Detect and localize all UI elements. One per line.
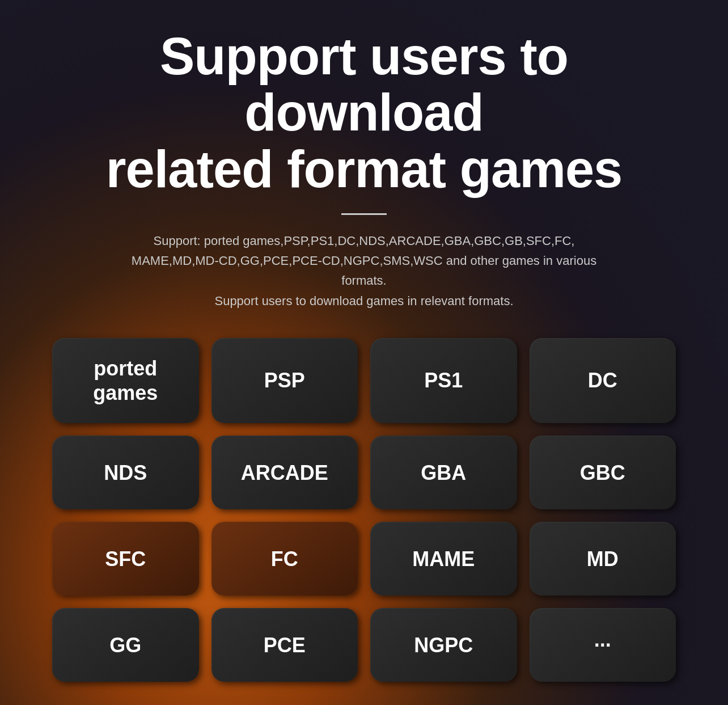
game-btn-mame[interactable]: MAME xyxy=(370,522,517,596)
game-btn-gba[interactable]: GBA xyxy=(370,436,517,509)
game-btn-ported-games[interactable]: portedgames xyxy=(52,338,199,423)
game-btn-gg[interactable]: GG xyxy=(52,608,199,682)
game-btn-more[interactable]: ··· xyxy=(530,608,676,682)
game-btn-ngpc[interactable]: NGPC xyxy=(370,608,517,682)
game-btn-arcade[interactable]: ARCADE xyxy=(211,436,358,509)
game-btn-psp[interactable]: PSP xyxy=(211,338,358,423)
subtitle-text: Support: ported games,PSP,PS1,DC,NDS,ARC… xyxy=(109,231,619,311)
game-btn-md[interactable]: MD xyxy=(530,522,676,596)
game-btn-ps1[interactable]: PS1 xyxy=(370,338,517,423)
game-btn-sfc[interactable]: SFC xyxy=(52,522,199,596)
game-btn-dc[interactable]: DC xyxy=(530,338,676,423)
game-btn-pce[interactable]: PCE xyxy=(211,608,358,682)
page-title: Support users to download related format… xyxy=(34,28,694,197)
game-btn-gbc[interactable]: GBC xyxy=(530,436,676,509)
format-grid: portedgamesPSPPS1DCNDSARCADEGBAGBCSFCFCM… xyxy=(52,338,676,682)
title-divider xyxy=(341,213,387,215)
game-btn-fc[interactable]: FC xyxy=(211,522,358,596)
game-btn-nds[interactable]: NDS xyxy=(52,436,199,509)
